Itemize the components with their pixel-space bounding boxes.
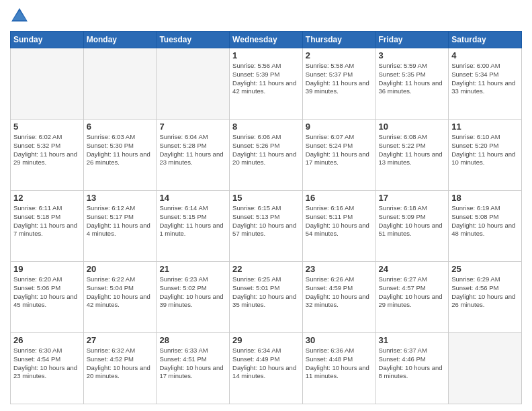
day-info: Sunrise: 6:19 AM Sunset: 5:08 PM Dayligh… xyxy=(451,204,519,238)
day-info: Sunrise: 6:37 AM Sunset: 4:46 PM Dayligh… xyxy=(379,347,446,381)
day-info: Sunrise: 6:25 AM Sunset: 5:01 PM Dayligh… xyxy=(232,275,300,310)
day-number: 15 xyxy=(232,193,300,203)
day-number: 4 xyxy=(451,50,519,60)
calendar-cell xyxy=(83,48,157,120)
calendar-week-row: 12Sunrise: 6:11 AM Sunset: 5:18 PM Dayli… xyxy=(11,191,522,262)
day-number: 10 xyxy=(379,122,446,132)
day-number: 12 xyxy=(13,193,81,203)
day-number: 31 xyxy=(379,335,446,345)
day-info: Sunrise: 6:00 AM Sunset: 5:34 PM Dayligh… xyxy=(451,62,519,96)
calendar-day-header: Sunday xyxy=(11,32,84,48)
day-info: Sunrise: 6:15 AM Sunset: 5:13 PM Dayligh… xyxy=(232,204,300,238)
calendar-cell: 22Sunrise: 6:25 AM Sunset: 5:01 PM Dayli… xyxy=(230,262,303,333)
calendar-cell: 19Sunrise: 6:20 AM Sunset: 5:06 PM Dayli… xyxy=(11,262,84,333)
svg-marker-1 xyxy=(13,11,26,20)
day-info: Sunrise: 6:27 AM Sunset: 4:57 PM Dayligh… xyxy=(379,275,446,310)
calendar-cell: 2Sunrise: 5:58 AM Sunset: 5:37 PM Daylig… xyxy=(302,48,375,120)
day-number: 22 xyxy=(232,264,300,274)
calendar-cell xyxy=(157,48,230,120)
day-number: 29 xyxy=(232,335,300,345)
calendar-cell: 12Sunrise: 6:11 AM Sunset: 5:18 PM Dayli… xyxy=(11,191,84,262)
day-number: 20 xyxy=(87,264,154,274)
calendar-cell: 14Sunrise: 6:14 AM Sunset: 5:15 PM Dayli… xyxy=(157,191,230,262)
calendar-cell: 9Sunrise: 6:07 AM Sunset: 5:24 PM Daylig… xyxy=(302,120,375,191)
calendar-cell: 1Sunrise: 5:56 AM Sunset: 5:39 PM Daylig… xyxy=(230,48,303,120)
calendar-cell xyxy=(11,48,84,120)
calendar-cell: 10Sunrise: 6:08 AM Sunset: 5:22 PM Dayli… xyxy=(375,120,449,191)
header xyxy=(10,7,522,26)
day-number: 9 xyxy=(306,122,373,132)
calendar-cell: 3Sunrise: 5:59 AM Sunset: 5:35 PM Daylig… xyxy=(375,48,449,120)
page: SundayMondayTuesdayWednesdayThursdayFrid… xyxy=(0,0,532,411)
calendar-cell: 4Sunrise: 6:00 AM Sunset: 5:34 PM Daylig… xyxy=(449,48,522,120)
calendar-cell: 18Sunrise: 6:19 AM Sunset: 5:08 PM Dayli… xyxy=(449,191,522,262)
day-info: Sunrise: 6:33 AM Sunset: 4:51 PM Dayligh… xyxy=(159,347,226,381)
day-number: 23 xyxy=(306,264,373,274)
day-number: 8 xyxy=(232,122,300,132)
day-info: Sunrise: 6:03 AM Sunset: 5:30 PM Dayligh… xyxy=(87,133,154,167)
calendar-cell xyxy=(449,333,522,404)
calendar-cell: 27Sunrise: 6:32 AM Sunset: 4:52 PM Dayli… xyxy=(83,333,157,404)
calendar-cell: 6Sunrise: 6:03 AM Sunset: 5:30 PM Daylig… xyxy=(83,120,157,191)
day-info: Sunrise: 6:08 AM Sunset: 5:22 PM Dayligh… xyxy=(379,133,446,167)
day-number: 30 xyxy=(306,335,373,345)
calendar-table: SundayMondayTuesdayWednesdayThursdayFrid… xyxy=(10,31,522,404)
calendar-cell: 31Sunrise: 6:37 AM Sunset: 4:46 PM Dayli… xyxy=(375,333,449,404)
calendar-day-header: Saturday xyxy=(449,32,522,48)
calendar-week-row: 5Sunrise: 6:02 AM Sunset: 5:32 PM Daylig… xyxy=(11,120,522,191)
calendar-day-header: Friday xyxy=(375,32,449,48)
calendar-cell: 16Sunrise: 6:16 AM Sunset: 5:11 PM Dayli… xyxy=(302,191,375,262)
day-info: Sunrise: 6:22 AM Sunset: 5:04 PM Dayligh… xyxy=(87,275,154,310)
calendar-cell: 29Sunrise: 6:34 AM Sunset: 4:49 PM Dayli… xyxy=(230,333,303,404)
day-number: 5 xyxy=(13,122,81,132)
calendar-cell: 21Sunrise: 6:23 AM Sunset: 5:02 PM Dayli… xyxy=(157,262,230,333)
day-info: Sunrise: 6:36 AM Sunset: 4:48 PM Dayligh… xyxy=(306,347,373,381)
day-info: Sunrise: 6:14 AM Sunset: 5:15 PM Dayligh… xyxy=(159,204,226,238)
day-number: 26 xyxy=(13,335,81,345)
calendar-cell: 8Sunrise: 6:06 AM Sunset: 5:26 PM Daylig… xyxy=(230,120,303,191)
day-info: Sunrise: 6:07 AM Sunset: 5:24 PM Dayligh… xyxy=(306,133,373,167)
day-info: Sunrise: 6:34 AM Sunset: 4:49 PM Dayligh… xyxy=(232,347,300,381)
day-info: Sunrise: 6:18 AM Sunset: 5:09 PM Dayligh… xyxy=(379,204,446,238)
logo-icon xyxy=(10,7,29,26)
day-number: 1 xyxy=(232,50,300,60)
day-number: 19 xyxy=(13,264,81,274)
day-info: Sunrise: 6:29 AM Sunset: 4:56 PM Dayligh… xyxy=(451,275,519,310)
day-number: 2 xyxy=(306,50,373,60)
calendar-cell: 5Sunrise: 6:02 AM Sunset: 5:32 PM Daylig… xyxy=(11,120,84,191)
day-number: 14 xyxy=(159,193,226,203)
calendar-cell: 24Sunrise: 6:27 AM Sunset: 4:57 PM Dayli… xyxy=(375,262,449,333)
day-info: Sunrise: 5:56 AM Sunset: 5:39 PM Dayligh… xyxy=(232,62,300,96)
day-number: 16 xyxy=(306,193,373,203)
day-number: 11 xyxy=(451,122,519,132)
day-number: 24 xyxy=(379,264,446,274)
day-number: 6 xyxy=(87,122,154,132)
calendar-cell: 30Sunrise: 6:36 AM Sunset: 4:48 PM Dayli… xyxy=(302,333,375,404)
calendar-week-row: 19Sunrise: 6:20 AM Sunset: 5:06 PM Dayli… xyxy=(11,262,522,333)
day-number: 3 xyxy=(379,50,446,60)
calendar-day-header: Monday xyxy=(83,32,157,48)
day-number: 21 xyxy=(159,264,226,274)
day-info: Sunrise: 6:23 AM Sunset: 5:02 PM Dayligh… xyxy=(159,275,226,310)
day-info: Sunrise: 6:26 AM Sunset: 4:59 PM Dayligh… xyxy=(306,275,373,310)
calendar-day-header: Tuesday xyxy=(157,32,230,48)
day-number: 25 xyxy=(451,264,519,274)
day-info: Sunrise: 6:20 AM Sunset: 5:06 PM Dayligh… xyxy=(13,275,81,310)
calendar-cell: 20Sunrise: 6:22 AM Sunset: 5:04 PM Dayli… xyxy=(83,262,157,333)
day-info: Sunrise: 6:12 AM Sunset: 5:17 PM Dayligh… xyxy=(87,204,154,238)
calendar-day-header: Thursday xyxy=(302,32,375,48)
day-number: 13 xyxy=(87,193,154,203)
calendar-week-row: 26Sunrise: 6:30 AM Sunset: 4:54 PM Dayli… xyxy=(11,333,522,404)
day-number: 17 xyxy=(379,193,446,203)
day-info: Sunrise: 6:16 AM Sunset: 5:11 PM Dayligh… xyxy=(306,204,373,238)
day-info: Sunrise: 5:59 AM Sunset: 5:35 PM Dayligh… xyxy=(379,62,446,96)
calendar-cell: 17Sunrise: 6:18 AM Sunset: 5:09 PM Dayli… xyxy=(375,191,449,262)
day-info: Sunrise: 6:11 AM Sunset: 5:18 PM Dayligh… xyxy=(13,204,81,238)
day-info: Sunrise: 6:10 AM Sunset: 5:20 PM Dayligh… xyxy=(451,133,519,167)
day-info: Sunrise: 5:58 AM Sunset: 5:37 PM Dayligh… xyxy=(306,62,373,96)
calendar-cell: 13Sunrise: 6:12 AM Sunset: 5:17 PM Dayli… xyxy=(83,191,157,262)
calendar-cell: 11Sunrise: 6:10 AM Sunset: 5:20 PM Dayli… xyxy=(449,120,522,191)
day-number: 27 xyxy=(87,335,154,345)
calendar-cell: 15Sunrise: 6:15 AM Sunset: 5:13 PM Dayli… xyxy=(230,191,303,262)
day-info: Sunrise: 6:02 AM Sunset: 5:32 PM Dayligh… xyxy=(13,133,81,167)
